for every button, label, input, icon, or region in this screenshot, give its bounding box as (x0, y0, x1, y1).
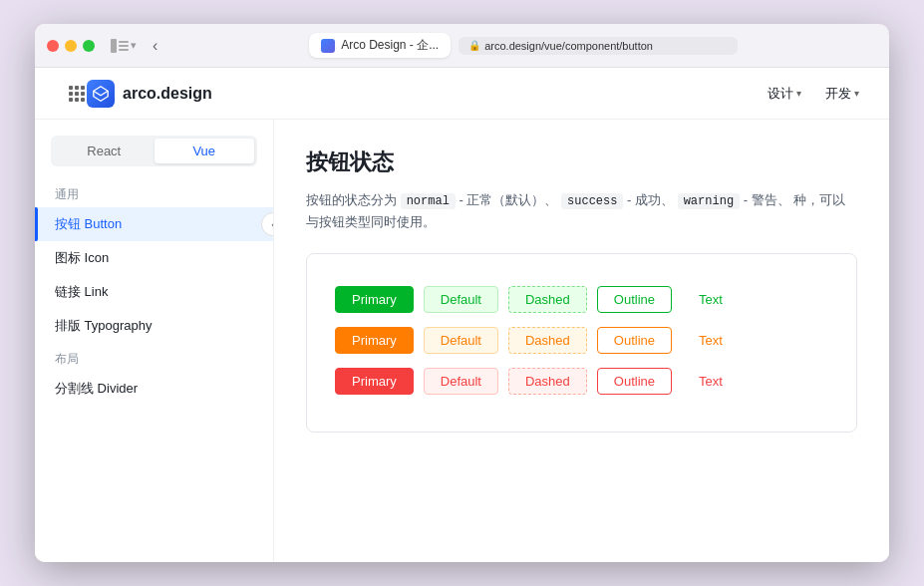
minimize-button[interactable] (65, 40, 77, 52)
tab-react[interactable]: React (54, 139, 154, 163)
tab-title: Arco Design - 企... (341, 37, 439, 54)
svg-rect-3 (119, 49, 129, 51)
sidebar-item-icon-label: 图标 Icon (55, 249, 109, 267)
sidebar-item-divider-label: 分割线 Divider (55, 380, 138, 398)
btn-default-warning[interactable]: Default (424, 327, 498, 354)
traffic-lights (47, 40, 95, 52)
dev-chevron-icon: ▾ (854, 88, 859, 99)
browser-tab[interactable]: Arco Design - 企... (309, 33, 451, 58)
sidebar-item-typography-label: 排版 Typography (55, 317, 153, 335)
page-title: 按钮状态 (306, 147, 857, 177)
design-nav-button[interactable]: 设计 ▾ (758, 81, 811, 107)
desc3: - 警告、 (744, 192, 790, 207)
content-wrapper: React Vue 通用 按钮 Button ‹ 图标 Icon 链接 Link… (35, 120, 889, 562)
btn-default-danger[interactable]: Default (424, 368, 498, 395)
btn-outline-warning[interactable]: Outline (597, 327, 672, 354)
page-desc: 按钮的状态分为 normal - 正常（默认）、 success - 成功、 w… (306, 189, 857, 233)
desc2: - 成功、 (627, 192, 674, 207)
code-normal: normal (401, 193, 456, 209)
btn-primary-warning[interactable]: Primary (335, 327, 414, 354)
sidebar-collapse-button[interactable]: ‹ (261, 212, 274, 236)
design-chevron-icon: ▾ (796, 88, 801, 99)
sidebar-tabs: React Vue (51, 136, 257, 166)
button-row-danger: Primary Default Dashed Outline Text (335, 368, 828, 395)
app-layout: arco.design 设计 ▾ 开发 ▾ React Vue (35, 68, 889, 562)
btn-outline-danger[interactable]: Outline (597, 368, 672, 395)
title-bar: ▾ ‹ Arco Design - 企... 🔒 arco.design/vue… (35, 24, 889, 68)
button-row-success: Primary Default Dashed Outline Text (335, 286, 828, 313)
address-bar[interactable]: 🔒 arco.design/vue/component/button (459, 37, 738, 55)
svg-rect-0 (111, 39, 117, 53)
dev-label: 开发 (825, 85, 851, 103)
sidebar-item-button-label: 按钮 Button (55, 215, 122, 233)
lock-icon: 🔒 (468, 40, 480, 51)
design-label: 设计 (768, 85, 793, 103)
logo-text: arco.design (123, 85, 212, 103)
code-success: success (561, 193, 623, 209)
section-general: 通用 (35, 182, 273, 207)
sidebar-toggle[interactable]: ▾ (111, 39, 137, 53)
sidebar-item-button[interactable]: 按钮 Button ‹ (35, 207, 273, 241)
dev-nav-button[interactable]: 开发 ▾ (815, 81, 869, 107)
svg-rect-1 (119, 41, 129, 43)
button-row-warning: Primary Default Dashed Outline Text (335, 327, 828, 354)
main-content: 按钮状态 按钮的状态分为 normal - 正常（默认）、 success - … (274, 120, 889, 562)
top-nav: arco.design 设计 ▾ 开发 ▾ (35, 68, 889, 120)
back-button[interactable]: ‹ (149, 35, 161, 57)
demo-card: Primary Default Dashed Outline Text Prim… (306, 253, 857, 433)
nav-right: 设计 ▾ 开发 ▾ (758, 81, 869, 107)
sidebar-item-link-label: 链接 Link (55, 283, 108, 301)
btn-outline-success[interactable]: Outline (597, 286, 672, 313)
sidebar-item-divider[interactable]: 分割线 Divider (35, 372, 273, 406)
section-layout: 布局 (35, 347, 273, 372)
btn-primary-success[interactable]: Primary (335, 286, 414, 313)
url-text: arco.design/vue/component/button (484, 40, 653, 52)
btn-dashed-danger[interactable]: Dashed (508, 368, 587, 395)
btn-default-success[interactable]: Default (424, 286, 498, 313)
grid-menu-icon[interactable] (69, 86, 85, 102)
btn-text-danger[interactable]: Text (682, 368, 740, 395)
tab-vue[interactable]: Vue (154, 139, 255, 163)
tab-area: Arco Design - 企... 🔒 arco.design/vue/com… (169, 33, 877, 58)
maximize-button[interactable] (83, 40, 95, 52)
close-button[interactable] (47, 40, 59, 52)
sidebar-item-typography[interactable]: 排版 Typography (35, 309, 273, 343)
btn-text-warning[interactable]: Text (682, 327, 740, 354)
svg-rect-2 (119, 45, 129, 47)
desc-middle: - 正常（默认）、 (459, 192, 557, 207)
logo-icon (87, 80, 115, 108)
sidebar-item-link[interactable]: 链接 Link (35, 275, 273, 309)
btn-primary-danger[interactable]: Primary (335, 368, 414, 395)
desc-text: 按钮的状态分为 (306, 192, 397, 207)
btn-dashed-success[interactable]: Dashed (508, 286, 587, 313)
btn-dashed-warning[interactable]: Dashed (508, 327, 587, 354)
code-warning: warning (678, 193, 740, 209)
btn-text-success[interactable]: Text (682, 286, 740, 313)
sidebar: React Vue 通用 按钮 Button ‹ 图标 Icon 链接 Link… (35, 120, 274, 562)
tab-favicon (321, 39, 335, 53)
sidebar-item-icon[interactable]: 图标 Icon (35, 241, 273, 275)
